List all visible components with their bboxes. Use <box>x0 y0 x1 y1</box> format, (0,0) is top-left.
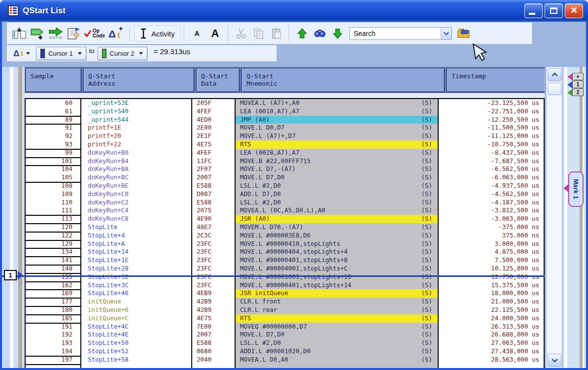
data-cell: 4FEF <box>191 107 235 116</box>
search-dropdown-button[interactable] <box>441 28 451 39</box>
list-row[interactable]: 162StopLite+3C23FCMOVE.L #00000401,stopL… <box>26 281 544 290</box>
find-button[interactable] <box>311 24 329 43</box>
data-cell: 2E00 <box>191 124 235 132</box>
list-row[interactable]: 89_uprint+5444ED0JMP (A0)(S)-12.250,500 … <box>26 116 544 124</box>
titlebar[interactable]: QStart List ✕ <box>0 0 588 22</box>
search-combobox[interactable]: Search <box>349 27 452 40</box>
new-delta-time-button[interactable]: Δ t + <box>106 24 126 43</box>
app-icon <box>8 5 19 16</box>
scroll-down-button[interactable] <box>548 354 561 367</box>
cursor1-dropdown[interactable]: Cursor 1 <box>36 47 86 60</box>
list-row[interactable]: 111doKeyRun+C42075MOVEA.L (0C,A5,D0.L),A… <box>26 206 544 215</box>
list-row[interactable]: 197StopLite+582040MOVEA.L D0,A0(S)28.563… <box>26 356 544 364</box>
data-cell: 48E7 <box>191 223 235 232</box>
list-row[interactable]: 155StopLite+3223FCMOVE.L #00001001,stopL… <box>26 273 544 281</box>
toolbar-separator <box>289 25 290 42</box>
column-header-address[interactable]: Q-StartAddress <box>83 68 194 92</box>
list-row[interactable]: 180initQueue+642B9CLR.L rear(S)22.125,50… <box>26 306 544 314</box>
list-row[interactable]: 110doKeyRun+C2E588LSL.L #2,D0(S)-4.187,5… <box>26 199 544 207</box>
cursor2-marker-button[interactable]: 2 <box>572 89 584 96</box>
list-row[interactable]: 101doKeyRun+B411FCMOVE.B #22,00FFF715(S)… <box>26 157 544 166</box>
copy-button[interactable] <box>250 24 268 43</box>
sample-cell: 185 <box>26 314 80 323</box>
list-row[interactable]: 185initQueue+C4E75RTS(S)24.000,500 us <box>26 314 544 323</box>
list-row[interactable]: 177initQueue42B9CLR.L front(S)21.000,500… <box>26 298 544 306</box>
column-header-data[interactable]: Q-StartData <box>196 68 240 92</box>
list-row[interactable]: 104doKeyRun+BA2F07MOVE.L D7,-(A7)(S)-6.5… <box>26 165 544 173</box>
list-row[interactable]: 109doKeyRun+C0D087ADD.L D7,D0(S)-4.562,5… <box>26 190 544 199</box>
properties-button[interactable] <box>65 24 82 43</box>
mark1-tab[interactable]: Mark 1 <box>568 171 584 207</box>
listing-area: Sample Q-StartAddress Q-StartData Q-Star… <box>25 67 545 368</box>
timestamp-cell: -375.000 ns <box>438 223 544 232</box>
list-row[interactable]: 61_uprint+5404FEFLEA (0010,A7),A7(S)-22.… <box>26 107 544 116</box>
activity-button[interactable]: Activity <box>134 26 180 41</box>
scrollbar-thumb[interactable] <box>548 83 561 95</box>
font-larger-button[interactable]: A <box>206 24 225 43</box>
mnemonic-cell: MOVE.L #00000401,stopLights+8(S) <box>235 256 438 265</box>
opcode-button[interactable]: Op Code <box>82 24 106 43</box>
font-smaller-button[interactable]: A <box>188 24 206 43</box>
delta-t-dropdown[interactable]: Δ t <box>10 48 33 60</box>
sample-cell: 110 <box>26 199 80 207</box>
status-flag: (S) <box>421 347 432 356</box>
trigger-marker-button[interactable]: + <box>572 73 584 80</box>
mnemonic-text: MOVEA.L (0C,A5,D0.L),A0 <box>240 206 325 215</box>
list-row[interactable]: 120StopLite48E7MOVEM.L D76,-(A7)(S)-375.… <box>26 223 544 232</box>
list-row[interactable]: 108doKeyRun+BEE588LSL.L #2,D0(S)-4.937,5… <box>26 182 544 190</box>
column-header-timestamp[interactable]: Timestamp <box>447 68 545 92</box>
list-row[interactable]: 92printf+202E1FMOVE.L (A7)+,D7(S)-11.125… <box>26 132 544 140</box>
cursor1-gutter-marker[interactable]: 1 <box>4 270 17 280</box>
chevron-down-icon <box>552 358 558 363</box>
list-row[interactable]: 194StopLite+520680ADDI.L #00001020,D0(S)… <box>26 347 544 356</box>
list-row[interactable]: 192StopLite+4E2007MOVE.L D7,D0(S)26.688,… <box>26 331 544 339</box>
cursor1-line[interactable] <box>25 275 545 277</box>
column-header-mnemonic[interactable]: Q-StartMnemonic <box>242 68 445 92</box>
cursor2-dropdown[interactable]: Cursor 2 <box>98 47 148 60</box>
list-row[interactable]: 191StopLite+4C7E00MOVEQ #00000000,D7(S)2… <box>26 323 544 331</box>
maximize-button[interactable] <box>545 3 563 18</box>
timestamp-cell: 18.000,000 us <box>438 289 544 298</box>
list-row[interactable]: 99doKeyRun+B04FEFLEA (0028,A7),A7(S)-8.4… <box>26 149 544 157</box>
goto-button[interactable]: GOTO <box>47 24 65 43</box>
mnemonic-cell: MOVE.L D0,D7(S) <box>235 124 438 132</box>
list-row[interactable]: 60_uprint+53E205FMOVEA.L (A7)+,A0(S)-23.… <box>26 99 544 107</box>
timestamp-cell: -3.063,000 us <box>438 215 544 223</box>
to-label: to <box>87 47 98 60</box>
list-row[interactable]: 129StopLite+A23FCMOVE.L #00000410,stopLi… <box>26 240 544 248</box>
list-row[interactable] <box>26 364 544 369</box>
address-cell: doKeyRun+C4 <box>80 206 191 215</box>
vertical-scrollbar[interactable] <box>546 67 562 368</box>
minimize-button[interactable] <box>524 3 543 18</box>
paste-icon <box>271 28 282 39</box>
paste-button[interactable] <box>268 24 285 43</box>
list-row[interactable]: 193StopLite+50E588LSL.L #2,D0(S)27.063,5… <box>26 339 544 347</box>
header-gap <box>25 93 545 98</box>
list-row[interactable]: 148StopLite+2823FCMOVE.L #00004001,stopL… <box>26 265 544 273</box>
list-row[interactable]: 91printf+1E2E00MOVE.L D0,D7(S)-11.500,50… <box>26 124 544 132</box>
find-previous-button[interactable] <box>293 24 311 43</box>
list-row[interactable]: 105doKeyRun+BC2007MOVE.L D7,D0(S)-6.063,… <box>26 173 544 182</box>
sample-cell: 194 <box>26 347 80 356</box>
status-flag: (S) <box>421 248 432 256</box>
list-row[interactable]: 113doKeyRun+C84E90JSR (A0)(S)-3.063,000 … <box>26 215 544 223</box>
cursor1-marker-button[interactable]: 1 <box>572 81 584 88</box>
list-row[interactable]: 169StopLite+464EB9JSR initQueue(S)18.000… <box>26 289 544 298</box>
mnemonic-text: MOVE.L #00000401,stopLights+14 <box>240 281 351 290</box>
close-button[interactable]: ✕ <box>565 3 583 18</box>
address-cell: initQueue+C <box>80 314 191 323</box>
list-row[interactable]: 141StopLite+1E23FCMOVE.L #00000401,stopL… <box>26 256 544 265</box>
address-cell: StopLite+28 <box>80 265 191 273</box>
list-row[interactable]: 134StopLite+1423FCMOVE.L #00000404,stopL… <box>26 248 544 256</box>
split-columns-button[interactable] <box>10 24 28 43</box>
sample-cell: 177 <box>26 298 80 306</box>
list-row[interactable]: 93printf+224E75RTS(S)-10.750,500 us <box>26 140 544 149</box>
column-header-sample[interactable]: Sample <box>26 68 81 92</box>
search-input[interactable]: Search <box>350 30 441 37</box>
search-setup-button[interactable] <box>455 24 473 43</box>
cut-button[interactable] <box>232 24 250 43</box>
find-next-button[interactable] <box>329 24 346 43</box>
list-row[interactable]: 122StopLite+42C3CMOVE.L #000003E8,D6(S)3… <box>26 232 544 240</box>
add-item-button[interactable] <box>28 24 47 43</box>
scroll-up-button[interactable] <box>548 68 561 81</box>
